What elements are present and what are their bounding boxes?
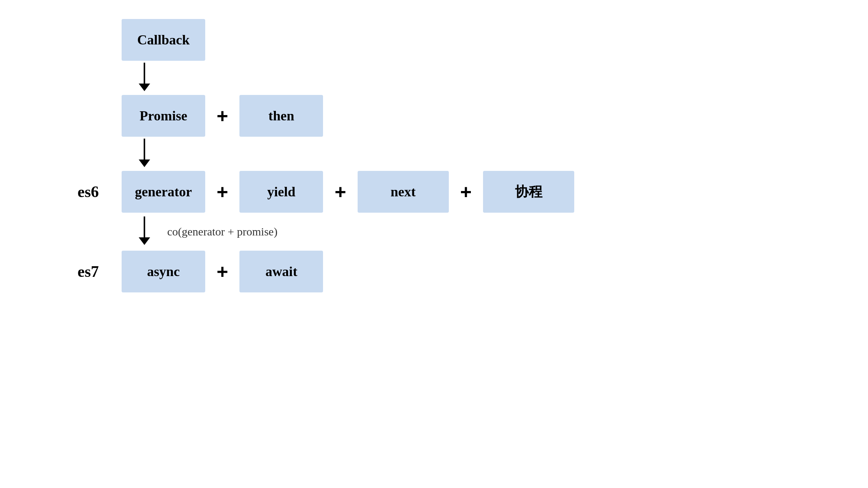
promise-box: Promise: [122, 95, 205, 137]
arrow-down-icon-1: [137, 63, 152, 93]
plus-icon-2: +: [217, 180, 228, 203]
svg-marker-5: [139, 237, 150, 245]
es6-label: es6: [53, 183, 99, 201]
co-note: co(generator + promise): [167, 225, 277, 238]
arrow-2: [137, 137, 868, 171]
arrow-co-row: co(generator + promise): [137, 213, 868, 251]
svg-marker-3: [139, 160, 150, 167]
row-callback: Callback: [53, 19, 868, 61]
arrow-1: [137, 61, 868, 95]
async-box: async: [122, 251, 205, 292]
arrow-down-icon-2: [137, 139, 152, 169]
next-box: next: [358, 171, 449, 213]
callback-box: Callback: [122, 19, 205, 61]
plus-icon-3: +: [334, 180, 346, 203]
es7-label: es7: [53, 262, 99, 281]
row-promise: Promise + then: [53, 95, 868, 137]
plus-icon-1: +: [217, 104, 228, 127]
yield-box: yield: [239, 171, 323, 213]
then-box: then: [239, 95, 323, 137]
generator-box: generator: [122, 171, 205, 213]
diagram-container: Callback Promise + then es6 generator + …: [0, 11, 868, 300]
svg-marker-1: [139, 84, 150, 91]
arrow-down-icon-3: [137, 216, 152, 247]
row-async: es7 async + await: [53, 251, 868, 292]
row-generator: es6 generator + yield + next + 协程: [53, 171, 868, 213]
await-box: await: [239, 251, 323, 292]
plus-icon-4: +: [460, 180, 472, 203]
plus-icon-5: +: [217, 260, 228, 283]
coroutine-box: 协程: [483, 171, 574, 213]
